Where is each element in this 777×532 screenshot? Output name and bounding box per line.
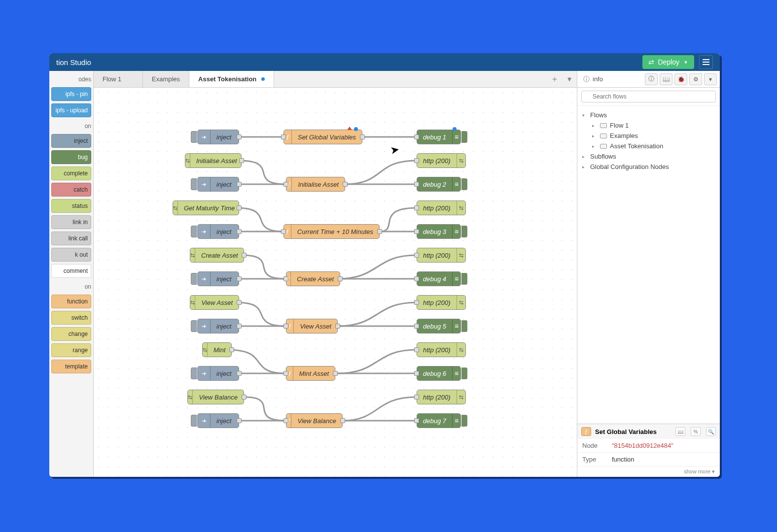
sidebar-tab-info[interactable]: info [580,75,643,84]
node-http-response-1[interactable]: http (200) [417,153,466,168]
sidebar-btn-info[interactable]: ⓘ [645,73,658,85]
node-inject-1[interactable]: inject [197,130,239,144]
flow-icon [600,144,607,149]
add-tab-button[interactable]: + [547,71,562,87]
node-inject-2[interactable]: inject [197,177,239,192]
tree-global-config[interactable]: ▸Global Configuration Nodes [582,162,715,172]
palette-node-link-out[interactable]: k out [51,248,91,262]
sidebar-btn-debug[interactable]: 🐞 [674,73,687,85]
node-fn-current-time[interactable]: Current Time + 10 Minutes [283,224,380,239]
info-node-key: Node [582,442,612,449]
palette-node-link-call[interactable]: link call [51,232,91,245]
tab-flow1[interactable]: Flow 1 [94,71,143,87]
tree-asset-tokenisation[interactable]: ▸Asset Tokenisation [592,141,715,151]
palette-node-complete[interactable]: complete [51,166,91,180]
node-http-view-balance[interactable]: View Balance [187,390,244,404]
node-debug-2[interactable]: debug 2 [417,177,461,192]
hamburger-menu-button[interactable] [699,55,713,69]
sidebar-btn-help[interactable]: 📖 [660,73,672,85]
palette-node-change[interactable]: change [51,327,91,341]
info-type-key: Type [582,456,612,463]
deploy-icon: ⇄ [648,58,654,66]
node-debug-4[interactable]: debug 4 [417,271,461,286]
node-inject-6[interactable]: inject [197,366,239,381]
flow-icon [600,133,607,138]
sidebar: info ⓘ 📖 🐞 ⚙ ▾ ▾Flows ▸Flow 1 ▸Examples … [577,71,720,477]
app-window: tion Studio ⇄ Deploy ▼ odes ipfs - pin i… [49,53,720,477]
tab-menu-button[interactable]: ▾ [562,71,577,87]
changed-dot-icon [453,127,457,131]
tree-subflows[interactable]: ▸Subflows [582,151,715,162]
node-set-global-variables[interactable]: Set Global Variables [283,130,362,144]
node-inject-7[interactable]: inject [197,413,239,428]
function-icon: ƒ [581,427,591,436]
node-debug-1[interactable]: debug 1 [417,130,461,144]
node-fn-create-asset[interactable]: Create Asset [286,271,340,286]
tab-asset-tokenisation[interactable]: Asset Tokenisation [189,71,274,87]
node-fn-initialise-asset[interactable]: Initialise Asset [286,177,345,192]
sidebar-btn-config[interactable]: ⚙ [689,73,702,85]
info-tool-book[interactable]: 📖 [675,427,685,436]
node-http-initialise-asset[interactable]: Initialise Asset [185,153,242,168]
editor: Flow 1 Examples Asset Tokenisation + ▾ [94,71,577,477]
palette-node-function[interactable]: function [51,295,91,308]
palette: odes ipfs - pin ipfs - upload on inject … [49,71,94,477]
node-http-view-asset[interactable]: View Asset [190,295,239,310]
palette-node-catch[interactable]: catch [51,183,91,197]
node-debug-5[interactable]: debug 5 [417,319,461,333]
search-flows-input[interactable] [581,91,716,102]
node-debug-3[interactable]: debug 3 [417,224,461,239]
deploy-button[interactable]: ⇄ Deploy ▼ [642,55,695,69]
sidebar-btn-more[interactable]: ▾ [704,73,717,85]
node-inject-4[interactable]: inject [197,271,239,286]
error-icon [347,127,352,130]
info-title: Set Global Variables [595,428,670,435]
node-http-response-3[interactable]: http (200) [417,248,466,263]
palette-section: on [49,280,93,292]
node-http-get-maturity[interactable]: Get Maturity Time [173,200,239,215]
tab-examples[interactable]: Examples [143,71,189,87]
flow-icon [600,123,607,128]
node-http-create-asset[interactable]: Create Asset [190,248,244,263]
tree-flows[interactable]: ▾Flows [582,110,715,120]
node-http-response-4[interactable]: http (200) [417,295,466,310]
info-tool-search[interactable]: 🔍 [706,427,716,436]
palette-header: odes [49,73,93,85]
info-panel: ƒ Set Global Variables 📖 % 🔍 Node"8154b1… [577,424,720,477]
palette-node-debug[interactable]: bug [51,150,91,164]
palette-node-ipfs-pin[interactable]: ipfs - pin [51,87,91,101]
palette-section: on [49,120,93,132]
node-inject-3[interactable]: inject [197,224,239,239]
palette-node-status[interactable]: status [51,199,91,213]
palette-node-link-in[interactable]: link in [51,215,91,229]
sidebar-tabs: info ⓘ 📖 🐞 ⚙ ▾ [577,71,720,88]
palette-node-ipfs-upload[interactable]: ipfs - upload [51,103,91,117]
palette-node-switch[interactable]: switch [51,311,91,325]
info-node-id: "8154b1dd0912e484" [612,442,715,449]
node-debug-6[interactable]: debug 6 [417,366,461,381]
info-tool-link[interactable]: % [691,427,701,436]
flow-canvas[interactable]: inject Set Global Variables debug 1 Init… [94,88,577,477]
node-fn-view-asset[interactable]: View Asset [286,319,338,333]
sidebar-search [577,88,720,106]
node-debug-7[interactable]: debug 7 [417,413,461,428]
titlebar: tion Studio ⇄ Deploy ▼ [49,53,720,71]
show-more-link[interactable]: show more ▾ [577,466,720,477]
node-http-response-5[interactable]: http (200) [417,342,466,357]
palette-node-comment[interactable]: comment [51,264,91,278]
node-http-response-2[interactable]: http (200) [417,200,466,215]
palette-node-template[interactable]: template [51,360,91,373]
tab-bar: Flow 1 Examples Asset Tokenisation + ▾ [94,71,577,88]
node-http-response-6[interactable]: http (200) [417,390,466,404]
node-fn-view-balance[interactable]: View Balance [286,413,343,428]
app-title: tion Studio [56,58,91,66]
palette-node-inject[interactable]: inject [51,134,91,148]
tree-examples[interactable]: ▸Examples [592,131,715,141]
tree-flow1[interactable]: ▸Flow 1 [592,120,715,131]
palette-node-range[interactable]: range [51,343,91,357]
node-fn-mint-asset[interactable]: Mint Asset [286,366,335,381]
workspace: odes ipfs - pin ipfs - upload on inject … [49,71,720,477]
node-inject-5[interactable]: inject [197,319,239,333]
chevron-down-icon[interactable]: ▼ [683,60,688,65]
node-http-mint[interactable]: Mint [202,342,232,357]
